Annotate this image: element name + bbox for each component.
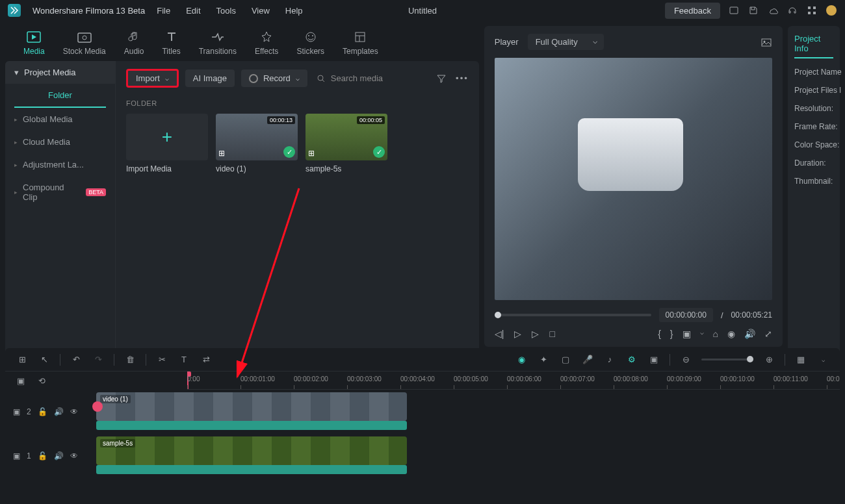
sidebar-item-adjustment-layer[interactable]: ▸Adjustment La...: [5, 153, 115, 176]
save-icon[interactable]: [748, 5, 759, 16]
eye-icon[interactable]: 👁: [70, 407, 78, 416]
media-tile-video1[interactable]: 00:00:13 ⊞ ✓ video (1): [216, 114, 298, 173]
eye-icon[interactable]: 👁: [70, 451, 78, 460]
snapshot-icon[interactable]: [760, 37, 772, 47]
clip-audio-1[interactable]: [96, 421, 407, 430]
sidebar-header[interactable]: ▾ Project Media: [5, 61, 115, 84]
clip-sample5s[interactable]: sample-5s: [96, 436, 407, 465]
menu-edit[interactable]: Edit: [186, 6, 200, 16]
tab-audio[interactable]: Audio: [124, 30, 144, 56]
folder-section-label: FOLDER: [126, 99, 469, 107]
record-button[interactable]: Record⌵: [241, 69, 307, 87]
audio-mixer-icon[interactable]: ♪: [603, 355, 616, 364]
timeline-settings-icon[interactable]: ▣: [14, 376, 27, 386]
marker-icon[interactable]: ▣: [647, 355, 660, 364]
camera-icon[interactable]: ◉: [727, 329, 735, 339]
sidebar-item-compound-clip[interactable]: ▸Compound ClipBETA: [5, 176, 115, 208]
lock-icon[interactable]: 🔓: [38, 451, 47, 460]
cloud-icon[interactable]: [767, 5, 779, 16]
display-icon[interactable]: ⌂: [713, 329, 718, 339]
import-button[interactable]: Import⌵: [126, 69, 179, 88]
track-1[interactable]: sample-5s: [96, 434, 840, 478]
tab-stickers[interactable]: Stickers: [296, 30, 324, 56]
project-info-tab[interactable]: Project Info: [794, 34, 833, 58]
quality-dropdown[interactable]: Full Quality: [528, 34, 604, 50]
cut-icon[interactable]: ✂: [155, 355, 168, 364]
ai-icon[interactable]: ◉: [515, 355, 528, 364]
titles-icon: [164, 30, 179, 44]
prev-frame-icon[interactable]: ◁|: [495, 329, 504, 339]
stop-icon[interactable]: □: [549, 329, 554, 339]
mute-icon[interactable]: 🔊: [54, 407, 64, 416]
user-avatar-icon[interactable]: [826, 5, 837, 16]
tab-media[interactable]: Media: [23, 30, 45, 56]
tab-label: Titles: [162, 47, 180, 56]
tab-templates[interactable]: Templates: [343, 30, 378, 56]
filter-icon[interactable]: [436, 74, 447, 83]
more-icon[interactable]: •••: [456, 73, 469, 83]
search-input[interactable]: Search media: [314, 73, 430, 83]
templates-icon: [352, 30, 368, 44]
mark-out-icon[interactable]: }: [670, 329, 673, 339]
layout-icon[interactable]: [728, 5, 740, 16]
clip-video1[interactable]: video (1): [96, 392, 407, 421]
link-icon[interactable]: ⇄: [200, 355, 213, 364]
zoom-out-icon[interactable]: ⊖: [679, 355, 692, 364]
color-icon[interactable]: ⚙: [625, 355, 638, 364]
chevron-down-icon[interactable]: ⌵: [816, 357, 829, 363]
zoom-slider[interactable]: [701, 359, 753, 360]
undo-icon[interactable]: ↶: [70, 355, 83, 364]
play-icon[interactable]: ▷: [532, 329, 539, 339]
track-header-1[interactable]: ▣1 🔓 🔊 👁: [5, 434, 96, 478]
tab-transitions[interactable]: Transitions: [199, 30, 237, 56]
crop-icon[interactable]: ▣: [682, 329, 691, 339]
effects-icon: [259, 30, 274, 44]
headphones-icon[interactable]: [786, 5, 798, 16]
tab-stock-media[interactable]: Stock Media: [63, 30, 106, 56]
clip-audio-2[interactable]: [96, 465, 407, 474]
mute-icon[interactable]: 🔊: [54, 451, 64, 460]
scrub-bar[interactable]: [495, 314, 651, 316]
feedback-button[interactable]: Feedback: [665, 3, 720, 19]
track-header-2[interactable]: ▣2 🔓 🔊 👁: [5, 390, 96, 434]
media-tile-sample5s[interactable]: 00:00:05 ⊞ ✓ sample-5s: [306, 114, 387, 173]
gear-icon[interactable]: ✦: [537, 355, 550, 364]
sidebar-item-global-media[interactable]: ▸Global Media: [5, 108, 115, 131]
proj-row-framerate: Frame Rate:: [794, 122, 833, 131]
preview-viewport[interactable]: [495, 58, 772, 300]
folder-tab[interactable]: Folder: [14, 84, 106, 108]
menu-view[interactable]: View: [252, 6, 270, 16]
mic-icon[interactable]: 🎤: [581, 355, 594, 364]
tab-titles[interactable]: Titles: [162, 30, 180, 56]
sidebar-item-cloud-media[interactable]: ▸Cloud Media: [5, 131, 115, 153]
apps-icon[interactable]: [806, 5, 818, 16]
clip-handle[interactable]: [92, 401, 103, 412]
menu-tools[interactable]: Tools: [216, 6, 236, 16]
ai-image-button[interactable]: AI Image: [185, 69, 235, 87]
text-icon[interactable]: T: [177, 355, 190, 364]
pointer-icon[interactable]: ↖: [38, 355, 51, 364]
link-tracks-icon[interactable]: ⟲: [35, 376, 48, 386]
delete-icon[interactable]: 🗑: [124, 355, 136, 364]
mark-in-icon[interactable]: {: [658, 329, 661, 339]
volume-icon[interactable]: 🔊: [744, 329, 755, 339]
play-forward-icon[interactable]: ▷: [514, 329, 521, 339]
lock-icon[interactable]: 🔓: [38, 407, 47, 416]
redo-icon[interactable]: ↷: [92, 355, 105, 364]
ruler-mark: 00:00:05:00: [454, 375, 488, 383]
titlebar: Wondershare Filmora 13 Beta File Edit To…: [0, 0, 845, 21]
import-media-tile[interactable]: + Import Media: [126, 114, 208, 173]
current-time: 00:00:00:00: [659, 308, 713, 322]
chevron-down-icon[interactable]: ⌵: [700, 329, 704, 339]
track-2[interactable]: video (1): [96, 390, 840, 434]
timeline-ruler[interactable]: 0:00 00:00:01:00 00:00:02:00 00:00:03:00…: [187, 372, 840, 390]
view-mode-icon[interactable]: ▦: [794, 355, 807, 364]
scrub-knob[interactable]: [495, 312, 501, 318]
tab-effects[interactable]: Effects: [255, 30, 278, 56]
fullscreen-icon[interactable]: ⤢: [764, 329, 772, 339]
grid-icon[interactable]: ⊞: [16, 355, 29, 364]
shield-icon[interactable]: ▢: [559, 355, 572, 364]
menu-help[interactable]: Help: [285, 6, 303, 16]
menu-file[interactable]: File: [157, 6, 170, 16]
zoom-in-icon[interactable]: ⊕: [762, 355, 775, 364]
